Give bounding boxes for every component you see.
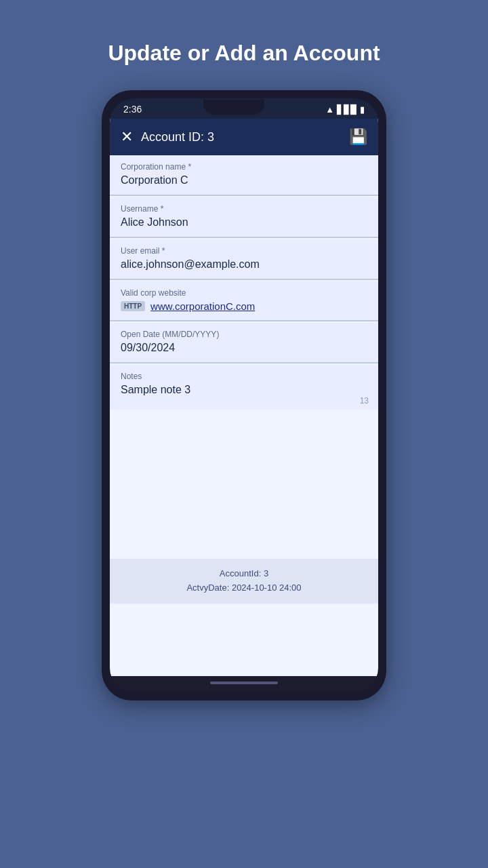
notes-value: Sample note 3 [121, 384, 367, 406]
username-field[interactable]: Username * Alice Johnson [110, 197, 378, 238]
phone-frame: 2:36 ▲ ▋▊▉ ▮ ✕ Account ID: 3 💾 [102, 90, 386, 701]
phone-inner: 2:36 ▲ ▋▊▉ ▮ ✕ Account ID: 3 💾 [110, 98, 378, 692]
page-title: Update or Add an Account [81, 41, 407, 66]
open-date-value: 09/30/2024 [121, 342, 367, 354]
header-left: ✕ Account ID: 3 [121, 130, 214, 144]
wifi-icon: ▲ [325, 104, 334, 115]
website-label: Valid corp website [121, 288, 367, 298]
user-email-field[interactable]: User email * alice.johnson@example.com [110, 239, 378, 280]
app-footer: AccountId: 3 ActvyDate: 2024-10-10 24:00 [110, 559, 378, 604]
empty-area [110, 410, 378, 559]
open-date-label: Open Date (MM/DD/YYYY) [121, 330, 367, 339]
form-body: Corporation name * Corporation C Usernam… [110, 155, 378, 676]
notch [203, 100, 264, 115]
footer-activity-date: ActvyDate: 2024-10-10 24:00 [121, 581, 367, 595]
website-url-row: HTTP www.corporationC.com [121, 300, 367, 312]
user-email-label: User email * [121, 246, 367, 256]
app-content: ✕ Account ID: 3 💾 Corporation name * Cor… [110, 119, 378, 676]
home-bar [210, 682, 278, 684]
website-value[interactable]: www.corporationC.com [150, 300, 255, 312]
close-button[interactable]: ✕ [121, 130, 133, 144]
status-time: 2:36 [123, 104, 142, 115]
status-bar: 2:36 ▲ ▋▊▉ ▮ [110, 98, 378, 119]
open-date-field[interactable]: Open Date (MM/DD/YYYY) 09/30/2024 [110, 323, 378, 363]
char-count: 13 [360, 396, 369, 406]
user-email-value: alice.johnson@example.com [121, 258, 367, 271]
save-button[interactable]: 💾 [349, 128, 367, 146]
home-indicator [110, 676, 378, 692]
header-title: Account ID: 3 [141, 130, 214, 144]
footer-account-id: AccountId: 3 [121, 567, 367, 581]
notes-field[interactable]: Notes Sample note 3 13 [110, 365, 378, 410]
corporation-name-label: Corporation name * [121, 162, 367, 172]
username-label: Username * [121, 204, 367, 214]
status-icons: ▲ ▋▊▉ ▮ [325, 104, 365, 115]
corporation-name-value: Corporation C [121, 174, 367, 186]
http-badge: HTTP [121, 301, 145, 311]
corporation-name-field[interactable]: Corporation name * Corporation C [110, 155, 378, 196]
username-value: Alice Johnson [121, 216, 367, 229]
website-field[interactable]: Valid corp website HTTP www.corporationC… [110, 281, 378, 321]
battery-icon: ▮ [360, 104, 365, 115]
signal-icon: ▋▊▉ [337, 104, 357, 115]
app-header: ✕ Account ID: 3 💾 [110, 119, 378, 155]
notes-label: Notes [121, 372, 367, 381]
